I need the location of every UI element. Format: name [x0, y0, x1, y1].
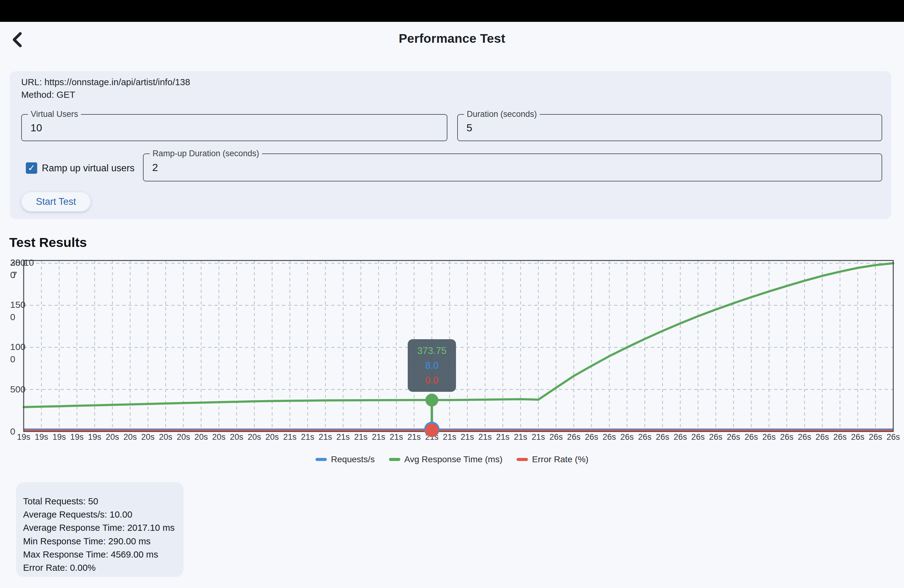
- virtual-users-field[interactable]: Virtual Users: [21, 114, 447, 141]
- legend-swatch: [517, 458, 528, 461]
- legend-label: Requests/s: [331, 454, 375, 465]
- status-bar: [0, 0, 904, 22]
- summary-stat-line: Error Rate: 0.00%: [23, 561, 177, 574]
- ramp-duration-input[interactable]: [144, 154, 882, 181]
- legend-item: Avg Response Time (ms): [389, 454, 503, 465]
- ramp-up-checkbox[interactable]: ✓: [26, 162, 37, 174]
- legend-swatch: [389, 458, 400, 461]
- ramp-duration-field[interactable]: Ramp-up Duration (seconds): [143, 153, 882, 182]
- legend-item: Requests/s: [316, 454, 375, 465]
- summary-stat-line: Min Response Time: 290.00 ms: [23, 534, 177, 548]
- summary-stat-line: Average Response Time: 2017.10 ms: [23, 521, 177, 534]
- test-results-heading: Test Results: [9, 235, 87, 250]
- duration-field[interactable]: Duration (seconds): [457, 114, 882, 141]
- chart-legend: Requests/sAvg Response Time (ms)Error Ra…: [0, 454, 904, 465]
- method-text: Method: GET: [21, 90, 75, 100]
- chart-tooltip: 373.75 8.0 0.0: [408, 339, 456, 392]
- url-text: URL: https://onnstage.in/api/artist/info…: [21, 77, 190, 87]
- performance-test-screen: Performance Test URL: https://onnstage.i…: [0, 0, 904, 588]
- test-config-card: URL: https://onnstage.in/api/artist/info…: [10, 71, 891, 219]
- legend-label: Avg Response Time (ms): [405, 454, 503, 465]
- virtual-users-input[interactable]: [22, 115, 447, 141]
- legend-label: Error Rate (%): [532, 454, 588, 465]
- ramp-up-checkbox-label: Ramp up virtual users: [42, 163, 135, 174]
- duration-input[interactable]: [458, 115, 882, 141]
- summary-card: Total Requests: 50Average Requests/s: 10…: [16, 482, 183, 577]
- tooltip-error-rate: 0.0: [408, 373, 456, 388]
- page-title: Performance Test: [0, 32, 904, 46]
- legend-item: Error Rate (%): [517, 454, 588, 465]
- start-test-button[interactable]: Start Test: [21, 192, 91, 212]
- summary-stat-line: Total Requests: 50: [23, 495, 177, 508]
- summary-stat-line: Max Response Time: 4569.00 ms: [23, 548, 177, 561]
- tooltip-requests: 8.0: [408, 358, 456, 373]
- tooltip-response-time: 373.75: [408, 343, 456, 358]
- legend-swatch: [316, 458, 327, 461]
- summary-stat-line: Average Requests/s: 10.00: [23, 508, 177, 521]
